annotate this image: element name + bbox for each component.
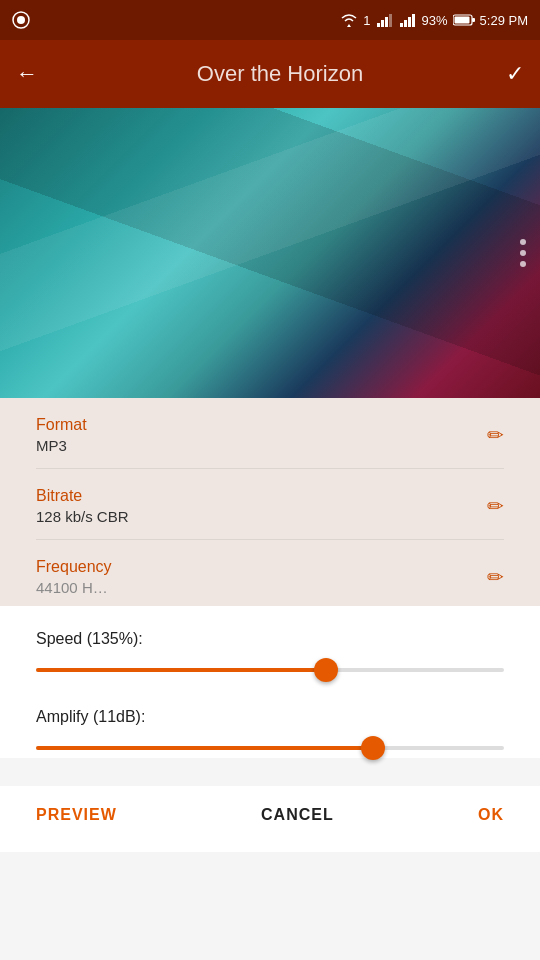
format-edit-button[interactable]: ✏: [487, 423, 504, 447]
frequency-row: Frequency 44100 H… ✏: [36, 540, 504, 606]
frequency-info: Frequency 44100 H…: [36, 558, 112, 596]
svg-rect-5: [389, 14, 392, 27]
sim-number: 1: [363, 13, 370, 28]
album-art: [0, 108, 540, 398]
bottom-dialog: Speed (135%): Amplify (11dB):: [0, 606, 540, 758]
time: 5:29 PM: [480, 13, 528, 28]
speed-slider-row: Speed (135%):: [36, 630, 504, 680]
status-icons: 1 93% 5:29 PM: [340, 13, 528, 28]
speed-track: [36, 668, 504, 672]
speed-label: Speed (135%):: [36, 630, 504, 648]
top-bar: ← Over the Horizon ✓: [0, 40, 540, 108]
signal2-icon: [399, 13, 417, 27]
svg-rect-7: [404, 20, 407, 27]
bitrate-row: Bitrate 128 kb/s CBR ✏: [36, 469, 504, 540]
speed-fill: [36, 668, 326, 672]
format-value: MP3: [36, 437, 87, 454]
speed-thumb[interactable]: [314, 658, 338, 682]
speed-slider[interactable]: [36, 660, 504, 680]
amplify-thumb[interactable]: [361, 736, 385, 760]
more-options-button[interactable]: [520, 239, 526, 267]
svg-rect-12: [454, 17, 469, 24]
wifi-icon: [340, 13, 358, 27]
svg-rect-9: [412, 14, 415, 27]
svg-rect-6: [400, 23, 403, 27]
battery-percent: 93%: [422, 13, 448, 28]
bitrate-info: Bitrate 128 kb/s CBR: [36, 487, 129, 525]
amplify-slider[interactable]: [36, 738, 504, 758]
dot1: [520, 239, 526, 245]
amplify-label: Amplify (11dB):: [36, 708, 504, 726]
preview-button[interactable]: PREVIEW: [36, 806, 117, 824]
format-row: Format MP3 ✏: [36, 398, 504, 469]
dot2: [520, 250, 526, 256]
signal-icon: [376, 13, 394, 27]
frequency-edit-button[interactable]: ✏: [487, 565, 504, 589]
frequency-value: 44100 H…: [36, 579, 112, 596]
bitrate-value: 128 kb/s CBR: [36, 508, 129, 525]
page-title: Over the Horizon: [54, 61, 506, 87]
svg-rect-4: [385, 17, 388, 27]
format-info: Format MP3: [36, 416, 87, 454]
status-bar: 1 93% 5:29 PM: [0, 0, 540, 40]
dot3: [520, 261, 526, 267]
svg-rect-3: [381, 20, 384, 27]
svg-rect-2: [377, 23, 380, 27]
settings-panel: Format MP3 ✏ Bitrate 128 kb/s CBR ✏ Freq…: [0, 398, 540, 606]
confirm-button[interactable]: ✓: [506, 61, 524, 87]
circle-icon: [12, 11, 30, 29]
format-label: Format: [36, 416, 87, 434]
ok-button[interactable]: OK: [478, 806, 504, 824]
bitrate-edit-button[interactable]: ✏: [487, 494, 504, 518]
back-button[interactable]: ←: [16, 61, 38, 87]
svg-rect-8: [408, 17, 411, 27]
battery-icon: [453, 13, 475, 27]
frequency-label: Frequency: [36, 558, 112, 576]
bitrate-label: Bitrate: [36, 487, 129, 505]
cancel-button[interactable]: CANCEL: [261, 806, 334, 824]
amplify-track: [36, 746, 504, 750]
dialog-buttons: PREVIEW CANCEL OK: [0, 786, 540, 852]
amplify-fill: [36, 746, 373, 750]
svg-point-1: [17, 16, 25, 24]
svg-rect-11: [472, 18, 475, 22]
amplify-slider-row: Amplify (11dB):: [36, 708, 504, 758]
status-left-icons: [12, 11, 30, 29]
